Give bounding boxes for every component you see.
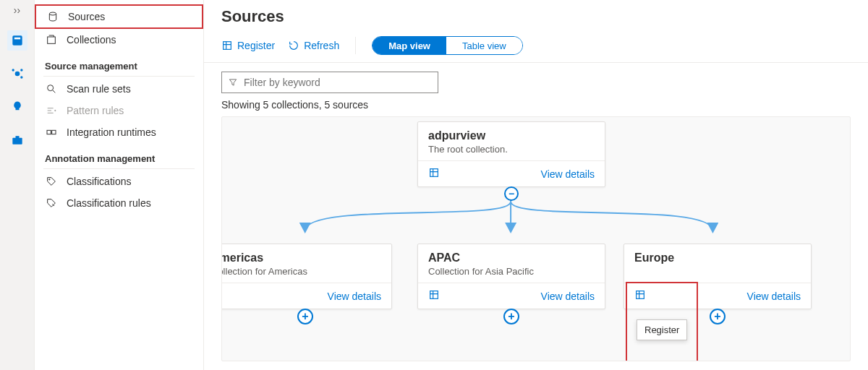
sidebar-item-label: Sources [68,11,105,22]
sidebar-item-scan-rule-sets[interactable]: Scan rule sets [35,78,203,100]
results-summary: Showing 5 collections, 5 sources [204,98,868,116]
collection-node-root[interactable]: adpurview The root collection. View deta… [417,121,605,187]
collection-node-americas[interactable]: Americas Collection for Americas View de… [221,244,392,309]
svg-point-2 [14,72,20,77]
grid-icon[interactable] [221,289,223,303]
collapse-toggle[interactable]: − [504,186,519,201]
filter-input[interactable] [244,77,432,88]
svg-rect-7 [15,136,19,138]
scan-icon [45,83,58,95]
svg-point-4 [20,69,22,71]
sidebar-item-pattern-rules[interactable]: Pattern rules [35,100,203,121]
svg-point-11 [55,110,56,111]
classifications-icon [45,176,58,187]
node-title: APAC [428,251,595,264]
register-label: Register [237,40,275,51]
node-title: Europe [634,251,801,264]
toolbar-divider [355,37,356,54]
nav-rail: ›› [0,0,35,370]
sidebar-section-annotation-mgmt: Annotation management [35,143,203,167]
grid-icon[interactable] [428,167,440,181]
rail-insights-icon[interactable] [7,97,27,117]
toolbar: Register Refresh Map view Table view [204,29,868,63]
rail-map-icon[interactable] [7,64,27,84]
node-title: adpurview [428,129,595,142]
svg-point-5 [20,76,22,78]
collection-node-apac[interactable]: APAC Collection for Asia Pacific View de… [417,244,605,309]
sidebar-item-sources[interactable]: Sources [35,4,203,29]
sidebar-item-label: Classification rules [67,197,151,209]
svg-rect-12 [47,130,51,134]
map-canvas[interactable]: adpurview The root collection. View deta… [221,116,851,361]
rail-data-icon[interactable] [7,30,27,51]
view-details-link[interactable]: View details [541,168,595,180]
filter-input-wrapper [221,72,438,93]
view-details-link[interactable]: View details [541,291,595,302]
annotation-highlight [626,282,698,361]
add-child-button-europe[interactable]: + [710,309,726,324]
svg-rect-6 [12,138,22,145]
svg-rect-16 [430,169,438,177]
grid-icon[interactable] [428,289,440,303]
svg-point-10 [48,85,54,91]
divider [43,76,195,77]
svg-point-3 [12,69,14,71]
sidebar-item-label: Scan rule sets [67,83,131,95]
sidebar-item-label: Integration runtimes [67,126,156,138]
integration-icon [45,126,58,138]
svg-rect-0 [12,35,22,45]
register-button[interactable]: Register [221,40,275,51]
page-title: Sources [204,0,868,29]
add-child-button-apac[interactable]: + [503,309,519,324]
pattern-icon [45,105,58,116]
refresh-label: Refresh [304,40,339,51]
node-subtitle: Collection for Asia Pacific [428,266,595,277]
sidebar-item-classifications[interactable]: Classifications [35,171,203,192]
add-child-button-americas[interactable]: + [297,309,313,324]
sidebar-item-integration-runtimes[interactable]: Integration runtimes [35,121,203,143]
view-details-link[interactable]: View details [328,291,381,302]
svg-point-8 [49,12,56,15]
node-title: Americas [221,251,381,264]
refresh-button[interactable]: Refresh [288,40,339,51]
table-view-tab[interactable]: Table view [446,37,522,54]
node-subtitle: The root collection. [428,144,595,155]
divider [43,168,195,169]
svg-rect-9 [48,37,56,43]
expand-rail-button[interactable]: ›› [14,4,20,16]
sidebar-item-classification-rules[interactable]: Classification rules [35,192,203,214]
sidebar-item-label: Classifications [67,176,131,187]
svg-rect-18 [430,291,438,299]
svg-rect-13 [52,130,56,134]
classification-rules-icon [45,197,58,209]
map-view-tab[interactable]: Map view [373,37,446,54]
svg-rect-1 [14,38,20,40]
database-icon [46,11,59,22]
sidebar-item-label: Pattern rules [67,105,124,116]
sidebar: Sources Collections Source management Sc… [35,0,204,370]
view-toggle: Map view Table view [372,36,523,55]
node-subtitle: Collection for Americas [221,266,381,277]
main-content: Sources Register Refresh Map view Table … [204,0,868,370]
node-subtitle [634,266,801,277]
svg-rect-15 [224,42,231,50]
rail-management-icon[interactable] [7,130,27,150]
filter-icon [228,77,238,87]
sidebar-section-source-mgmt: Source management [35,51,203,74]
sidebar-item-label: Collections [67,34,116,46]
svg-point-14 [49,179,50,180]
sidebar-item-collections[interactable]: Collections [35,29,203,51]
collections-icon [45,34,58,46]
view-details-link[interactable]: View details [747,291,801,302]
